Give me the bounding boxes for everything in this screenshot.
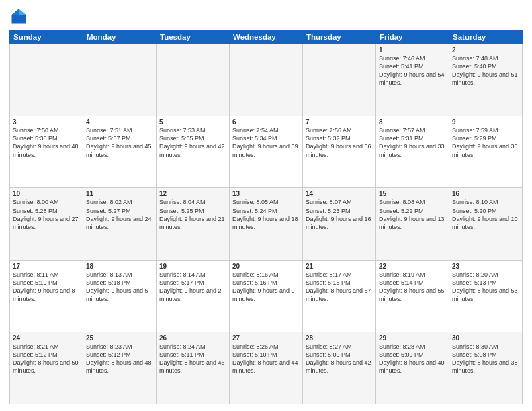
weekday-sunday: Sunday <box>10 30 83 44</box>
weekday-tuesday: Tuesday <box>157 30 230 44</box>
day-number: 11 <box>86 190 153 197</box>
day-number: 4 <box>86 118 153 126</box>
calendar-cell: 11Sunrise: 8:02 AM Sunset: 5:27 PM Dayli… <box>83 188 157 260</box>
day-info: Sunrise: 8:10 AM Sunset: 5:20 PM Dayligh… <box>452 198 519 231</box>
day-info: Sunrise: 8:08 AM Sunset: 5:22 PM Dayligh… <box>379 198 446 231</box>
calendar-row-1: 3Sunrise: 7:50 AM Sunset: 5:38 PM Daylig… <box>10 116 523 188</box>
day-info: Sunrise: 8:16 AM Sunset: 5:16 PM Dayligh… <box>232 271 300 304</box>
day-number: 18 <box>86 263 153 270</box>
day-info: Sunrise: 7:57 AM Sunset: 5:31 PM Dayligh… <box>379 126 446 159</box>
calendar-row-2: 10Sunrise: 8:00 AM Sunset: 5:28 PM Dayli… <box>10 188 523 260</box>
day-info: Sunrise: 7:53 AM Sunset: 5:35 PM Dayligh… <box>159 126 226 159</box>
day-number: 22 <box>379 263 446 270</box>
day-info: Sunrise: 8:20 AM Sunset: 5:13 PM Dayligh… <box>452 271 519 304</box>
calendar-cell: 22Sunrise: 8:19 AM Sunset: 5:14 PM Dayli… <box>376 260 449 332</box>
calendar-cell: 26Sunrise: 8:24 AM Sunset: 5:11 PM Dayli… <box>157 332 230 404</box>
svg-marker-1 <box>19 9 26 15</box>
calendar-cell: 5Sunrise: 7:53 AM Sunset: 5:35 PM Daylig… <box>157 116 230 188</box>
calendar-cell <box>303 44 376 116</box>
day-number: 28 <box>306 334 373 342</box>
day-number: 3 <box>13 118 80 126</box>
calendar-cell: 2Sunrise: 7:48 AM Sunset: 5:40 PM Daylig… <box>449 44 523 116</box>
day-number: 30 <box>452 334 519 342</box>
day-info: Sunrise: 8:21 AM Sunset: 5:12 PM Dayligh… <box>13 342 80 375</box>
calendar-cell: 27Sunrise: 8:26 AM Sunset: 5:10 PM Dayli… <box>230 332 303 404</box>
calendar-cell <box>157 44 230 116</box>
page: SundayMondayTuesdayWednesdayThursdayFrid… <box>0 0 532 411</box>
svg-marker-2 <box>12 9 19 15</box>
calendar-cell: 8Sunrise: 7:57 AM Sunset: 5:31 PM Daylig… <box>376 116 449 188</box>
day-number: 23 <box>452 263 519 270</box>
day-info: Sunrise: 8:00 AM Sunset: 5:28 PM Dayligh… <box>13 198 80 231</box>
calendar-cell: 24Sunrise: 8:21 AM Sunset: 5:12 PM Dayli… <box>10 332 83 404</box>
day-info: Sunrise: 8:27 AM Sunset: 5:09 PM Dayligh… <box>306 342 373 375</box>
calendar-cell: 19Sunrise: 8:14 AM Sunset: 5:17 PM Dayli… <box>157 260 230 332</box>
day-info: Sunrise: 8:14 AM Sunset: 5:17 PM Dayligh… <box>159 271 226 304</box>
day-number: 13 <box>232 190 300 197</box>
calendar-cell: 4Sunrise: 7:51 AM Sunset: 5:37 PM Daylig… <box>83 116 157 188</box>
day-number: 27 <box>232 334 300 342</box>
calendar-cell: 18Sunrise: 8:13 AM Sunset: 5:18 PM Dayli… <box>83 260 157 332</box>
day-info: Sunrise: 8:19 AM Sunset: 5:14 PM Dayligh… <box>379 271 446 304</box>
calendar-cell: 12Sunrise: 8:04 AM Sunset: 5:25 PM Dayli… <box>157 188 230 260</box>
day-info: Sunrise: 8:04 AM Sunset: 5:25 PM Dayligh… <box>159 198 226 231</box>
calendar-cell: 21Sunrise: 8:17 AM Sunset: 5:15 PM Dayli… <box>303 260 376 332</box>
day-number: 21 <box>306 263 373 270</box>
day-number: 7 <box>306 118 373 126</box>
day-number: 5 <box>159 118 226 126</box>
weekday-friday: Friday <box>376 30 449 44</box>
day-info: Sunrise: 7:56 AM Sunset: 5:32 PM Dayligh… <box>306 126 373 159</box>
calendar-table: SundayMondayTuesdayWednesdayThursdayFrid… <box>9 30 523 404</box>
day-number: 9 <box>452 118 519 126</box>
calendar-cell <box>230 44 303 116</box>
calendar-cell <box>10 44 83 116</box>
day-number: 26 <box>159 334 226 342</box>
calendar-cell: 23Sunrise: 8:20 AM Sunset: 5:13 PM Dayli… <box>449 260 523 332</box>
weekday-thursday: Thursday <box>303 30 376 44</box>
day-number: 1 <box>379 46 446 54</box>
calendar-cell: 15Sunrise: 8:08 AM Sunset: 5:22 PM Dayli… <box>376 188 449 260</box>
day-number: 10 <box>13 190 80 197</box>
calendar-row-0: 1Sunrise: 7:46 AM Sunset: 5:41 PM Daylig… <box>10 44 523 116</box>
header <box>9 7 523 26</box>
day-number: 2 <box>452 46 519 54</box>
calendar-row-3: 17Sunrise: 8:11 AM Sunset: 5:19 PM Dayli… <box>10 260 523 332</box>
day-number: 6 <box>232 118 300 126</box>
day-number: 8 <box>379 118 446 126</box>
weekday-wednesday: Wednesday <box>230 30 303 44</box>
day-info: Sunrise: 8:05 AM Sunset: 5:24 PM Dayligh… <box>232 198 300 231</box>
day-info: Sunrise: 7:59 AM Sunset: 5:29 PM Dayligh… <box>452 126 519 159</box>
day-number: 14 <box>306 190 373 197</box>
calendar-cell <box>83 44 157 116</box>
calendar-cell: 3Sunrise: 7:50 AM Sunset: 5:38 PM Daylig… <box>10 116 83 188</box>
calendar-cell: 16Sunrise: 8:10 AM Sunset: 5:20 PM Dayli… <box>449 188 523 260</box>
calendar-cell: 1Sunrise: 7:46 AM Sunset: 5:41 PM Daylig… <box>376 44 449 116</box>
calendar-cell: 7Sunrise: 7:56 AM Sunset: 5:32 PM Daylig… <box>303 116 376 188</box>
day-info: Sunrise: 7:51 AM Sunset: 5:37 PM Dayligh… <box>86 126 153 159</box>
day-info: Sunrise: 7:46 AM Sunset: 5:41 PM Dayligh… <box>379 54 446 87</box>
weekday-saturday: Saturday <box>449 30 523 44</box>
day-info: Sunrise: 8:24 AM Sunset: 5:11 PM Dayligh… <box>159 342 226 375</box>
day-number: 16 <box>452 190 519 197</box>
day-info: Sunrise: 8:30 AM Sunset: 5:08 PM Dayligh… <box>452 342 519 375</box>
day-info: Sunrise: 8:23 AM Sunset: 5:12 PM Dayligh… <box>86 342 153 375</box>
calendar-cell: 9Sunrise: 7:59 AM Sunset: 5:29 PM Daylig… <box>449 116 523 188</box>
day-info: Sunrise: 7:48 AM Sunset: 5:40 PM Dayligh… <box>452 54 519 87</box>
calendar-cell: 14Sunrise: 8:07 AM Sunset: 5:23 PM Dayli… <box>303 188 376 260</box>
weekday-monday: Monday <box>83 30 157 44</box>
calendar-cell: 25Sunrise: 8:23 AM Sunset: 5:12 PM Dayli… <box>83 332 157 404</box>
calendar-cell: 20Sunrise: 8:16 AM Sunset: 5:16 PM Dayli… <box>230 260 303 332</box>
day-info: Sunrise: 8:07 AM Sunset: 5:23 PM Dayligh… <box>306 198 373 231</box>
day-info: Sunrise: 8:26 AM Sunset: 5:10 PM Dayligh… <box>232 342 300 375</box>
day-number: 20 <box>232 263 300 270</box>
day-info: Sunrise: 7:54 AM Sunset: 5:34 PM Dayligh… <box>232 126 300 159</box>
day-number: 17 <box>13 263 80 270</box>
calendar-cell: 28Sunrise: 8:27 AM Sunset: 5:09 PM Dayli… <box>303 332 376 404</box>
day-info: Sunrise: 8:13 AM Sunset: 5:18 PM Dayligh… <box>86 271 153 304</box>
calendar-cell: 10Sunrise: 8:00 AM Sunset: 5:28 PM Dayli… <box>10 188 83 260</box>
calendar-cell: 6Sunrise: 7:54 AM Sunset: 5:34 PM Daylig… <box>230 116 303 188</box>
calendar-cell: 30Sunrise: 8:30 AM Sunset: 5:08 PM Dayli… <box>449 332 523 404</box>
calendar-cell: 17Sunrise: 8:11 AM Sunset: 5:19 PM Dayli… <box>10 260 83 332</box>
weekday-header-row: SundayMondayTuesdayWednesdayThursdayFrid… <box>10 30 523 44</box>
day-number: 19 <box>159 263 226 270</box>
